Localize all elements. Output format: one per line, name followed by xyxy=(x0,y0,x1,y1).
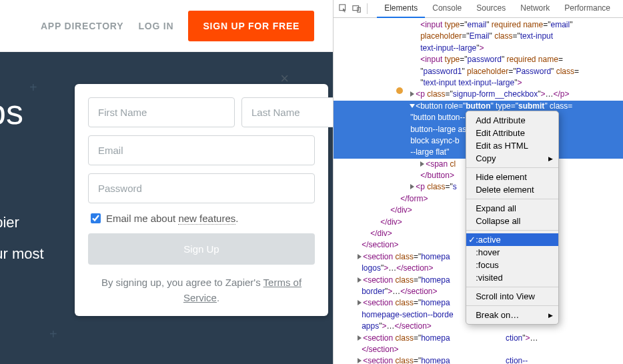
tab-network[interactable]: Network xyxy=(513,0,557,18)
cm-edit-as-html[interactable]: Edit as HTML xyxy=(466,139,558,152)
first-name-input[interactable] xyxy=(88,97,235,127)
cm-copy[interactable]: Copy xyxy=(466,152,558,165)
devtools-toolbar: Elements Console Sources Network Perform… xyxy=(334,0,623,18)
password-input[interactable] xyxy=(88,173,315,203)
newsletter-row[interactable]: Email me about new features. xyxy=(91,213,315,224)
cm-add-attribute[interactable]: Add Attribute xyxy=(466,114,558,127)
cm-edit-attribute[interactable]: Edit Attribute xyxy=(466,127,558,139)
sign-up-button[interactable]: Sign Up xyxy=(88,233,315,265)
cm-visited[interactable]: :visited xyxy=(466,271,558,284)
cm-scroll-into-view[interactable]: Scroll into View xyxy=(466,290,558,303)
signup-form: Email me about new features. Sign Up By … xyxy=(75,84,328,316)
email-input[interactable] xyxy=(88,135,315,165)
cm-break-on[interactable]: Break on… xyxy=(466,309,558,321)
cm-hide-element[interactable]: Hide element xyxy=(466,171,558,183)
sign-up-free-button[interactable]: SIGN UP FOR FREE xyxy=(188,11,314,41)
plus-icon: + xyxy=(49,327,57,342)
cm-sep xyxy=(466,287,558,287)
hero-title-partial: ps xyxy=(0,92,23,132)
devtools-panel: Elements Console Sources Network Perform… xyxy=(333,0,623,364)
hero-sub2-partial: our most xyxy=(0,245,44,263)
app-directory-link[interactable]: APP DIRECTORY xyxy=(41,21,124,31)
hero-sub1-partial: apier xyxy=(0,214,19,231)
device-icon[interactable] xyxy=(352,4,362,13)
log-in-link[interactable]: LOG IN xyxy=(138,21,173,31)
context-menu: Add Attribute Edit Attribute Edit as HTM… xyxy=(466,111,559,325)
cm-sep xyxy=(466,199,558,199)
newsletter-checkbox[interactable] xyxy=(91,213,101,223)
tab-performance[interactable]: Performance xyxy=(557,0,618,18)
hero-text: ps apier our most xyxy=(0,92,23,132)
devtools-tabs: Elements Console Sources Network Perform… xyxy=(377,0,618,18)
cm-sep xyxy=(466,167,558,168)
new-features-link[interactable]: new features xyxy=(178,213,235,225)
tab-console[interactable]: Console xyxy=(425,0,469,18)
cm-hover[interactable]: :hover xyxy=(466,246,558,259)
tab-elements[interactable]: Elements xyxy=(377,0,425,18)
inspect-icon[interactable] xyxy=(339,4,348,13)
topbar: APP DIRECTORY LOG IN SIGN UP FOR FREE xyxy=(0,0,333,52)
tab-sources[interactable]: Sources xyxy=(469,0,513,18)
newsletter-label: Email me about xyxy=(106,213,178,224)
cm-collapse-all[interactable]: Collapse all xyxy=(466,215,558,227)
cm-focus[interactable]: :focus xyxy=(466,259,558,271)
cm-sep xyxy=(466,230,558,231)
cm-expand-all[interactable]: Expand all xyxy=(466,202,558,215)
terms-text: By signing up, you agree to Zapier's Ter… xyxy=(88,275,315,305)
cm-sep xyxy=(466,305,558,306)
plus-icon: + xyxy=(29,80,37,95)
cm-active[interactable]: :active xyxy=(466,233,558,246)
cm-delete-element[interactable]: Delete element xyxy=(466,183,558,196)
